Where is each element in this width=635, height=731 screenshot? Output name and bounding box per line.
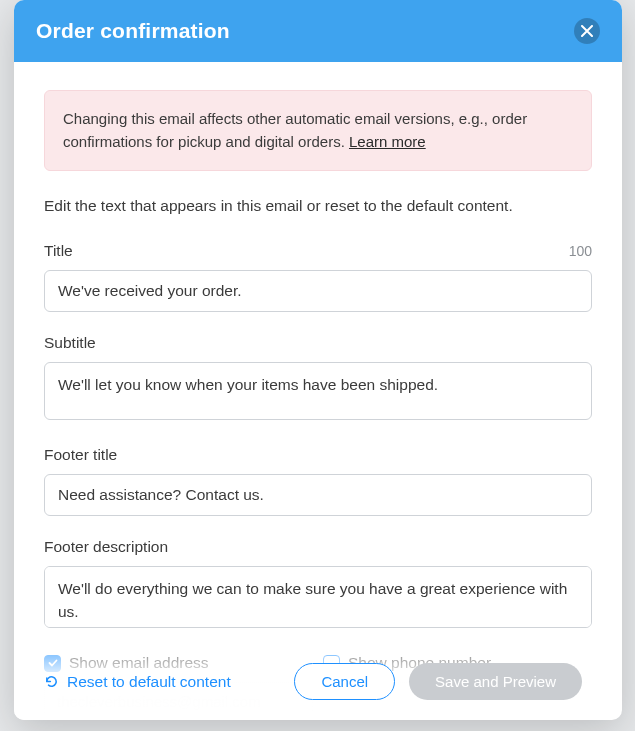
title-label: Title (44, 242, 73, 260)
close-button[interactable] (574, 18, 600, 44)
footer-title-label: Footer title (44, 446, 117, 464)
learn-more-link[interactable]: Learn more (349, 133, 426, 150)
title-input[interactable] (44, 270, 592, 312)
warning-alert: Changing this email affects other automa… (44, 90, 592, 171)
modal-body[interactable]: Changing this email affects other automa… (14, 62, 622, 720)
title-char-count: 100 (569, 243, 592, 259)
subtitle-field: Subtitle We'll let you know when your it… (44, 334, 592, 424)
footer-description-field: Footer description We'll do everything w… (44, 538, 592, 632)
close-icon (581, 25, 593, 37)
reset-default-label: Reset to default content (67, 673, 231, 691)
footer-description-input[interactable]: We'll do everything we can to make sure … (44, 566, 592, 628)
footer-title-field: Footer title (44, 446, 592, 516)
modal-body-wrap: Changing this email affects other automa… (14, 62, 622, 720)
modal-title: Order confirmation (36, 19, 230, 43)
footer-description-label: Footer description (44, 538, 168, 556)
reset-default-link[interactable]: Reset to default content (44, 673, 231, 691)
save-preview-button[interactable]: Save and Preview (409, 663, 582, 700)
modal-footer: Reset to default content Cancel Save and… (14, 653, 612, 720)
alert-text: Changing this email affects other automa… (63, 110, 527, 150)
subtitle-input[interactable]: We'll let you know when your items have … (44, 362, 592, 420)
order-confirmation-modal: Order confirmation Changing this email a… (14, 0, 622, 720)
footer-title-input[interactable] (44, 474, 592, 516)
intro-text: Edit the text that appears in this email… (44, 195, 592, 217)
cancel-button[interactable]: Cancel (294, 663, 395, 700)
modal-header: Order confirmation (14, 0, 622, 62)
undo-icon (44, 674, 59, 689)
title-field: Title 100 (44, 242, 592, 312)
subtitle-label: Subtitle (44, 334, 96, 352)
